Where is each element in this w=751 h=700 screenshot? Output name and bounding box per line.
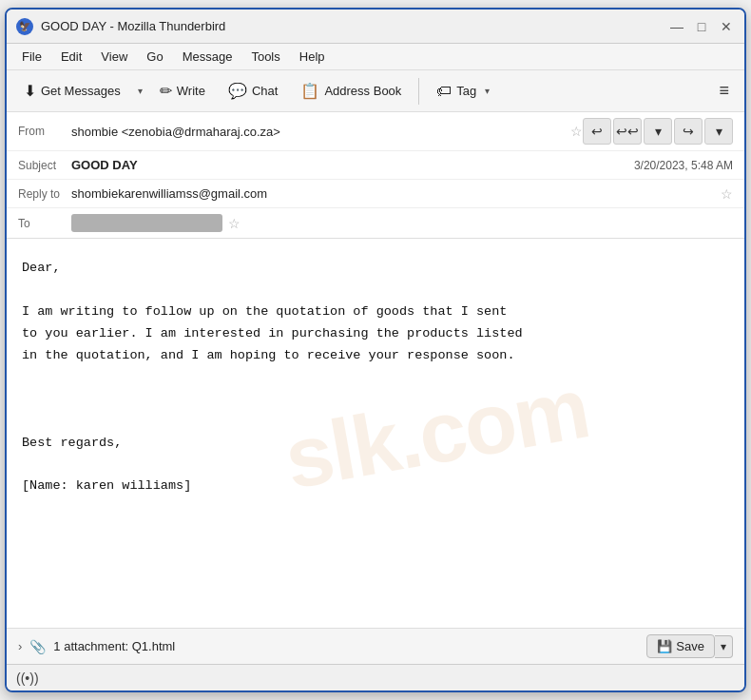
hamburger-menu-button[interactable]: ≡ [711, 77, 737, 105]
toolbar: ⬇ Get Messages ▾ ✏ Write 💬 Chat 📋 Addres… [7, 70, 744, 112]
close-button[interactable]: ✕ [718, 18, 735, 35]
chat-button[interactable]: 💬 Chat [219, 77, 287, 105]
get-messages-icon: ⬇ [24, 82, 36, 100]
status-bar: ((•)) [7, 664, 744, 690]
minimize-button[interactable]: — [668, 18, 685, 35]
to-row: To ████████████████ ☆ [7, 208, 744, 238]
get-messages-label: Get Messages [41, 84, 121, 98]
reply-dropdown-button[interactable]: ▾ [644, 118, 672, 145]
body-line-11: [Name: karen williams] [22, 476, 729, 497]
address-book-icon: 📋 [300, 82, 319, 100]
save-label: Save [676, 639, 704, 653]
email-date: 3/20/2023, 5:48 AM [634, 159, 733, 172]
main-window: 🦅 GOOD DAY - Mozilla Thunderbird — □ ✕ F… [5, 8, 746, 692]
wifi-icon: ((•)) [16, 671, 39, 686]
window-controls: — □ ✕ [668, 18, 735, 35]
menu-help[interactable]: Help [292, 47, 333, 67]
menu-file[interactable]: File [14, 47, 49, 67]
address-book-button[interactable]: 📋 Address Book [291, 77, 411, 105]
email-header: From shombie <zenobia@drmaharaj.co.za> ☆… [7, 112, 744, 239]
attachment-bar: › 📎 1 attachment: Q1.html 💾 Save ▾ [7, 628, 744, 664]
menu-view[interactable]: View [93, 47, 135, 67]
write-icon: ✏ [160, 82, 172, 100]
reply-button[interactable]: ↩ [583, 118, 611, 145]
save-button-group: 💾 Save ▾ [646, 634, 733, 658]
menu-go[interactable]: Go [139, 47, 170, 67]
subject-row: Subject GOOD DAY 3/20/2023, 5:48 AM [7, 151, 744, 180]
title-bar: 🦅 GOOD DAY - Mozilla Thunderbird — □ ✕ [7, 10, 744, 44]
get-messages-dropdown[interactable]: ▾ [134, 81, 146, 101]
from-star-icon[interactable]: ☆ [570, 124, 583, 139]
title-bar-left: 🦅 GOOD DAY - Mozilla Thunderbird [16, 18, 225, 35]
reply-to-star-icon[interactable]: ☆ [721, 186, 733, 202]
to-value-blurred: ████████████████ [71, 214, 222, 232]
attachment-clip-icon: 📎 [29, 639, 46, 654]
toolbar-separator [418, 78, 419, 105]
subject-label: Subject [18, 159, 71, 172]
to-star-icon[interactable]: ☆ [228, 216, 241, 231]
save-dropdown-button[interactable]: ▾ [715, 635, 733, 658]
body-line-1: Dear, [22, 258, 729, 280]
attachment-expand-arrow[interactable]: › [18, 639, 22, 653]
tag-dropdown-icon: ▾ [481, 81, 493, 101]
forward-button[interactable]: ↪ [674, 118, 703, 145]
reply-to-row: Reply to shombiekarenwilliamss@gmail.com… [7, 180, 744, 208]
write-button[interactable]: ✏ Write [150, 77, 215, 105]
email-body: slk.com Dear, I am writing to follow up … [7, 239, 744, 628]
body-line-3: I am writing to follow up on the quotati… [22, 301, 729, 323]
to-label: To [18, 217, 71, 230]
menu-bar: File Edit View Go Message Tools Help [7, 44, 744, 70]
save-icon: 💾 [657, 639, 672, 653]
window-title: GOOD DAY - Mozilla Thunderbird [41, 19, 225, 33]
from-row: From shombie <zenobia@drmaharaj.co.za> ☆… [7, 112, 744, 151]
write-label: Write [177, 84, 205, 98]
from-label: From [18, 125, 71, 138]
maximize-button[interactable]: □ [693, 18, 710, 35]
tag-button[interactable]: 🏷 Tag ▾ [427, 76, 503, 106]
reply-to-value: shombiekarenwilliamss@gmail.com [71, 186, 715, 201]
reply-all-button[interactable]: ↩↩ [613, 118, 642, 145]
menu-edit[interactable]: Edit [53, 47, 89, 67]
from-value: shombie <zenobia@drmaharaj.co.za> [71, 125, 565, 139]
action-buttons: ↩ ↩↩ ▾ ↪ ▾ [583, 118, 733, 145]
app-icon: 🦅 [16, 18, 33, 35]
forward-dropdown-button[interactable]: ▾ [704, 118, 733, 145]
body-line-9: Best regards, [22, 433, 729, 455]
attachment-text: 1 attachment: Q1.html [53, 639, 639, 653]
body-line-4: to you earlier. I am interested in purch… [22, 323, 729, 345]
save-button[interactable]: 💾 Save [646, 634, 715, 658]
chat-label: Chat [252, 84, 278, 98]
menu-message[interactable]: Message [175, 47, 241, 67]
address-book-label: Address Book [324, 84, 401, 98]
body-line-5: in the quotation, and I am hoping to rec… [22, 345, 729, 367]
menu-tools[interactable]: Tools [243, 47, 287, 67]
reply-to-label: Reply to [18, 187, 71, 201]
subject-value: GOOD DAY [71, 158, 634, 172]
get-messages-button[interactable]: ⬇ Get Messages [14, 77, 130, 105]
tag-label: Tag [456, 84, 476, 98]
tag-icon: 🏷 [436, 83, 452, 100]
chat-icon: 💬 [228, 82, 247, 100]
